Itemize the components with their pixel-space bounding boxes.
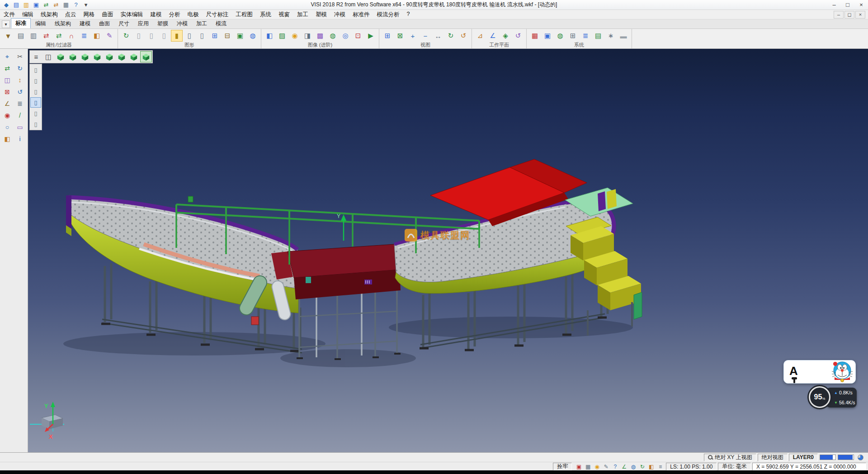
rotate-icon[interactable]: ↻ (14, 63, 26, 74)
status-scale-info[interactable]: LS: 1.00 PS: 1.00 (666, 463, 717, 470)
filter-face-icon[interactable]: ▯ (30, 86, 41, 97)
workplane-reset-icon[interactable]: ↺ (512, 30, 524, 42)
mdi-minimize-button[interactable]: – (834, 11, 844, 19)
grid-toggle-icon[interactable]: ▦ (584, 463, 592, 470)
cylinder2-icon[interactable]: ▯ (146, 30, 157, 42)
regenerate-icon[interactable]: ◍ (247, 30, 259, 42)
filter-curve-icon[interactable]: ▯ (30, 108, 41, 118)
blank-element-icon[interactable]: ⊟ (222, 30, 233, 42)
menu-item-12[interactable]: 系统 (256, 10, 275, 19)
copy-attributes-icon[interactable]: ⇄ (40, 30, 52, 42)
globe-status-icon[interactable]: ◍ (629, 463, 637, 470)
snapshot-icon[interactable]: ⊡ (352, 30, 364, 42)
menu-item-3[interactable]: 点云 (61, 10, 80, 19)
hidden-line-icon[interactable]: ▯ (196, 30, 208, 42)
ime-card[interactable]: A (783, 360, 856, 384)
settings-icon[interactable]: ∗ (605, 30, 617, 42)
match-properties-icon[interactable]: ⇄ (53, 30, 65, 42)
table-icon[interactable]: ▤ (592, 30, 604, 42)
circle-icon[interactable]: ○ (1, 122, 13, 133)
render-icon[interactable]: ◧ (264, 30, 275, 42)
help-icon[interactable]: ? (71, 1, 80, 9)
bulb-icon[interactable]: ◉ (593, 463, 601, 470)
viewport-layout-icon[interactable]: ◫ (42, 51, 54, 62)
wireframe-mode-icon[interactable]: ▯ (184, 30, 195, 42)
lights-icon[interactable]: ◉ (289, 30, 301, 42)
import-icon[interactable]: ⇄ (42, 1, 51, 9)
windows-taskbar-sliver[interactable] (0, 470, 868, 474)
menu-item-16[interactable]: 冲模 (330, 10, 349, 19)
menu-item-13[interactable]: 视窗 (275, 10, 293, 19)
line-icon[interactable]: / (14, 110, 26, 121)
bottom-view-icon[interactable] (128, 51, 140, 62)
refresh-status-icon[interactable]: ↻ (638, 463, 646, 470)
tab-10[interactable]: 模流 (212, 19, 231, 28)
menu-item-14[interactable]: 加工 (293, 10, 312, 19)
previous-view-icon[interactable]: ↺ (458, 30, 469, 42)
quick-access-dropdown-icon[interactable]: ▾ (81, 1, 90, 9)
menu-item-19[interactable]: ? (403, 10, 414, 19)
axis-icon[interactable]: ∠ (620, 463, 628, 470)
print-preview-icon[interactable]: ▥ (28, 30, 39, 42)
filter-edge-icon[interactable]: ▯ (30, 76, 41, 86)
box-display-icon[interactable]: ⊞ (209, 30, 221, 42)
calculator-icon[interactable]: ⊞ (567, 30, 579, 42)
refresh-graphics-icon[interactable]: ↻ (120, 30, 132, 42)
animation-icon[interactable]: ▶ (365, 30, 377, 42)
menu-item-8[interactable]: 分析 (165, 10, 184, 19)
menu-item-6[interactable]: 实体编辑 (117, 10, 147, 19)
right-view-icon[interactable] (91, 51, 103, 62)
app-icon[interactable]: ◆ (2, 1, 11, 9)
tab-0[interactable]: 标准 (11, 18, 31, 28)
menu-item-15[interactable]: 塑模 (312, 10, 330, 19)
minimize-button[interactable]: – (827, 0, 841, 9)
filter-vertex-icon[interactable]: ▯ (30, 65, 41, 75)
zoom-fit-icon[interactable]: ⊠ (394, 30, 406, 42)
iso-view-icon[interactable] (55, 51, 66, 62)
info-icon[interactable]: i (14, 133, 26, 144)
zoom-out-icon[interactable]: − (420, 30, 431, 42)
view-menu-icon[interactable]: ≡ (30, 51, 42, 62)
maximize-button[interactable]: □ (841, 0, 854, 9)
tab-3[interactable]: 建模 (75, 19, 94, 28)
point-icon[interactable]: ◉ (1, 110, 13, 121)
tab-6[interactable]: 应用 (134, 19, 153, 28)
workplane-xy-icon[interactable]: ⊿ (474, 30, 486, 42)
pan-icon[interactable]: ↔ (432, 30, 444, 42)
snap-toggle-icon[interactable]: ▣ (575, 463, 583, 470)
front-view-icon[interactable] (79, 51, 91, 62)
selection-filter-icon[interactable]: ▼ (2, 30, 14, 42)
camera-icon[interactable]: ◎ (340, 30, 351, 42)
tab-7[interactable]: 塑膜 (153, 19, 172, 28)
style-icon[interactable]: ✎ (104, 30, 115, 42)
menu-item-11[interactable]: 工程图 (232, 10, 257, 19)
tab-4[interactable]: 曲面 (95, 19, 114, 28)
mirror-icon[interactable]: ◫ (1, 75, 13, 85)
slab-icon[interactable]: ▬ (618, 30, 629, 42)
rectangle-icon[interactable]: ▭ (14, 122, 26, 133)
undo-icon[interactable]: ↺ (14, 86, 26, 97)
delete-icon[interactable]: ⊠ (1, 86, 13, 97)
pencil-icon[interactable]: ✎ (602, 463, 610, 470)
zoom-window-icon[interactable]: ⊞ (382, 30, 393, 42)
status-view-mode[interactable]: 绝对 XY 上视图 (704, 454, 756, 461)
filter-all-icon[interactable]: ▯ (30, 119, 41, 129)
tab-9[interactable]: 加工 (192, 19, 211, 28)
measure-icon[interactable]: ∠ (1, 98, 13, 109)
menu-item-2[interactable]: 线架构 (37, 10, 61, 19)
display-settings-icon[interactable]: ▣ (542, 30, 553, 42)
menu-item-18[interactable]: 模流分析 (373, 10, 403, 19)
menu-item-4[interactable]: 网格 (80, 10, 99, 19)
workplane-view-icon[interactable]: ◈ (500, 30, 511, 42)
list-status-icon[interactable]: ≡ (656, 463, 665, 470)
close-button[interactable]: × (854, 0, 868, 9)
materials-icon[interactable]: ▨ (276, 30, 288, 42)
shadow-icon[interactable]: ◨ (302, 30, 313, 42)
cylinder-icon[interactable]: ▯ (133, 30, 145, 42)
dimetric-view-icon[interactable] (140, 51, 152, 62)
environment-icon[interactable]: ◍ (327, 30, 339, 42)
layers-icon[interactable]: ≣ (14, 98, 26, 109)
save-file-icon[interactable]: ▣ (32, 1, 41, 9)
mdi-close-button[interactable]: × (855, 11, 865, 19)
top-view-icon[interactable] (67, 51, 79, 62)
